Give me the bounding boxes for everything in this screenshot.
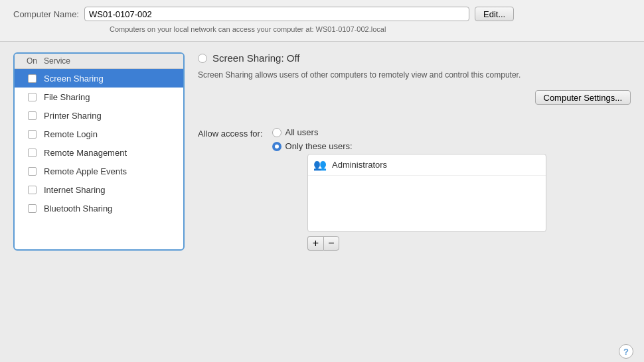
service-item-internet-sharing[interactable]: Internet Sharing bbox=[15, 180, 183, 199]
column-on-label: On bbox=[20, 56, 44, 66]
user-name-administrators: Administrators bbox=[332, 160, 387, 170]
checkbox-indicator bbox=[28, 130, 37, 139]
checkbox-remote-apple-events[interactable] bbox=[20, 167, 44, 176]
sharing-status-row: Screen Sharing: Off bbox=[198, 52, 631, 64]
checkbox-remote-management[interactable] bbox=[20, 149, 44, 157]
service-item-screen-sharing[interactable]: Screen Sharing bbox=[15, 69, 183, 88]
checkbox-internet-sharing[interactable] bbox=[20, 186, 44, 194]
computer-name-input[interactable] bbox=[84, 7, 469, 21]
service-item-remote-login[interactable]: Remote Login bbox=[15, 125, 183, 143]
access-label: Allow access for: bbox=[198, 127, 263, 139]
checkbox-indicator bbox=[28, 93, 37, 101]
checkbox-remote-login[interactable] bbox=[20, 130, 44, 139]
checkbox-indicator bbox=[28, 186, 37, 194]
checkbox-printer-sharing[interactable] bbox=[20, 111, 44, 120]
access-options: All users Only these users: bbox=[272, 127, 353, 151]
checkbox-indicator bbox=[28, 74, 37, 83]
help-button[interactable]: ? bbox=[619, 344, 633, 359]
radio-label-all-users: All users bbox=[285, 127, 319, 137]
detail-panel: Screen Sharing: Off Screen Sharing allow… bbox=[198, 52, 631, 251]
radio-only-these-users[interactable] bbox=[272, 142, 282, 151]
service-label-printer-sharing: Printer Sharing bbox=[44, 111, 102, 121]
edit-button[interactable]: Edit... bbox=[475, 7, 514, 21]
add-user-button[interactable]: + bbox=[307, 236, 323, 251]
list-buttons: + − bbox=[307, 236, 631, 251]
service-label-file-sharing: File Sharing bbox=[44, 92, 90, 102]
radio-label-only-these-users: Only these users: bbox=[285, 141, 353, 151]
service-label-internet-sharing: Internet Sharing bbox=[44, 185, 106, 195]
service-item-printer-sharing[interactable]: Printer Sharing bbox=[15, 106, 183, 125]
checkbox-file-sharing[interactable] bbox=[20, 93, 44, 101]
radio-option-only-these-users[interactable]: Only these users: bbox=[272, 141, 353, 151]
checkbox-indicator bbox=[28, 111, 37, 120]
radio-all-users[interactable] bbox=[272, 128, 282, 137]
users-list: 👥 Administrators bbox=[307, 154, 546, 232]
computer-settings-button[interactable]: Computer Settings... bbox=[535, 90, 631, 105]
service-item-bluetooth-sharing[interactable]: Bluetooth Sharing bbox=[15, 199, 183, 217]
checkbox-indicator bbox=[28, 204, 37, 213]
sharing-description: Screen Sharing allows users of other com… bbox=[198, 69, 530, 81]
column-service-label: Service bbox=[44, 56, 178, 66]
service-panel: On Service Screen Sharing File Sharing bbox=[13, 52, 185, 251]
local-network-subtext: Computers on your local network can acce… bbox=[110, 25, 631, 33]
service-label-screen-sharing: Screen Sharing bbox=[44, 74, 104, 84]
access-row: Allow access for: All users Only these u… bbox=[198, 127, 631, 151]
service-label-remote-management: Remote Management bbox=[44, 148, 127, 158]
group-users-icon: 👥 bbox=[313, 158, 327, 171]
sharing-status-text: Screen Sharing: Off bbox=[212, 52, 299, 64]
checkbox-bluetooth-sharing[interactable] bbox=[20, 204, 44, 213]
checkbox-indicator bbox=[28, 149, 37, 157]
service-item-file-sharing[interactable]: File Sharing bbox=[15, 88, 183, 106]
checkbox-indicator bbox=[28, 167, 37, 176]
service-list-header: On Service bbox=[15, 54, 183, 69]
service-label-remote-apple-events: Remote Apple Events bbox=[44, 166, 127, 176]
service-label-bluetooth-sharing: Bluetooth Sharing bbox=[44, 204, 112, 213]
service-item-remote-apple-events[interactable]: Remote Apple Events bbox=[15, 162, 183, 180]
remove-user-button[interactable]: − bbox=[323, 236, 339, 251]
computer-name-label: Computer Name: bbox=[13, 9, 79, 19]
radio-option-all-users[interactable]: All users bbox=[272, 127, 353, 137]
checkbox-screen-sharing[interactable] bbox=[20, 74, 44, 83]
access-section: Allow access for: All users Only these u… bbox=[198, 127, 631, 251]
list-item[interactable]: 👥 Administrators bbox=[308, 154, 546, 176]
service-label-remote-login: Remote Login bbox=[44, 129, 98, 139]
screen-sharing-toggle-radio[interactable] bbox=[198, 54, 207, 63]
service-item-remote-management[interactable]: Remote Management bbox=[15, 143, 183, 162]
